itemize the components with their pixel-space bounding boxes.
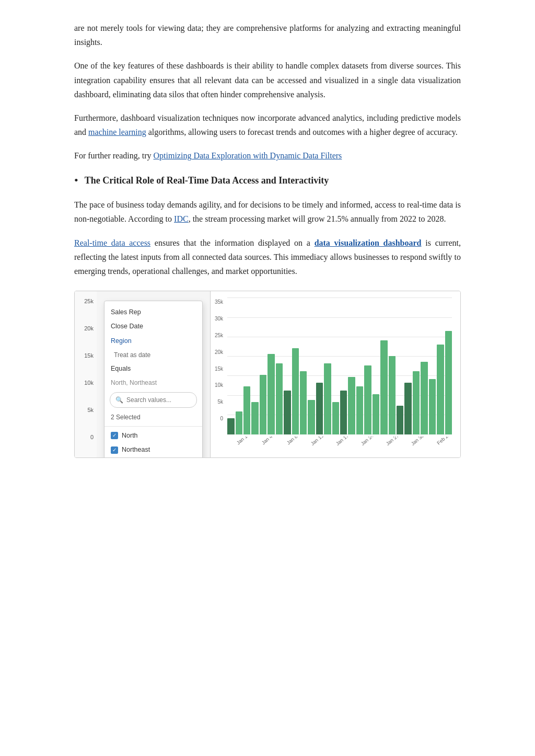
equals-label: Equals [104, 362, 202, 376]
bar-group-19 [380, 340, 387, 434]
bar-12 [324, 363, 331, 434]
bar-5 [268, 354, 274, 434]
filter-option-south[interactable]: South [104, 457, 202, 458]
bar-26 [437, 345, 444, 434]
search-icon: 🔍 [115, 395, 123, 405]
y-label-20k: 20k [78, 324, 94, 334]
bar-25 [429, 379, 436, 434]
bar-group-20 [389, 356, 396, 434]
bar-20 [389, 356, 396, 434]
bar-group-18 [373, 394, 379, 434]
x-label-1: Jan 4 [255, 437, 284, 452]
chart-y-30k: 30k [215, 314, 223, 323]
chart-y-25k: 25k [215, 331, 223, 340]
chart-bars [227, 297, 452, 434]
north-checkbox[interactable] [111, 432, 118, 439]
bar-group-12 [324, 363, 331, 434]
bar-22 [404, 383, 411, 434]
chart-y-0: 0 [215, 414, 223, 423]
p6-text-start: ensures that the information displayed o… [150, 238, 315, 247]
p4-text-start: For further reading, try [74, 151, 154, 160]
bar-group-4 [260, 375, 266, 434]
bar-group-11 [316, 383, 323, 434]
bar-19 [380, 340, 387, 434]
filter-option-north[interactable]: North [104, 429, 202, 443]
idc-link[interactable]: IDC [174, 214, 189, 223]
chart-y-15k: 15k [215, 364, 223, 373]
bar-8 [292, 348, 299, 434]
chart-y-axis: 35k 30k 25k 20k 15k 10k 5k 0 [215, 297, 223, 423]
x-label-3: Jan 11 [305, 437, 334, 452]
y-label-0: 0 [78, 432, 94, 442]
x-label-4: Jan 17 [330, 437, 359, 452]
bar-1 [236, 411, 242, 434]
bar-group-13 [332, 402, 339, 434]
section-heading: • The Critical Role of Real-Time Data Ac… [74, 173, 461, 189]
chart-area: 35k 30k 25k 20k 15k 10k 5k 0 [211, 291, 460, 457]
y-label-15k: 15k [78, 351, 94, 361]
x-label-6: Jan 27 [380, 437, 409, 452]
bar-group-22 [404, 383, 411, 434]
bar-group-1 [236, 411, 242, 434]
page-container: are not merely tools for viewing data; t… [43, 0, 492, 479]
bar-13 [332, 402, 339, 434]
filter-sales-rep: Sales Rep [104, 305, 202, 319]
bar-group-26 [437, 345, 444, 434]
x-label-7: Jan 30 [405, 437, 434, 452]
x-label-2: Jan 8 [280, 437, 309, 452]
bar-2 [243, 386, 250, 434]
bar-group-23 [413, 371, 420, 434]
bar-group-15 [348, 377, 355, 434]
dynamic-data-filters-link[interactable]: Optimizing Data Exploration with Dynamic… [154, 151, 342, 160]
bar-group-10 [308, 400, 315, 434]
paragraph-4: For further reading, try Optimizing Data… [74, 148, 461, 163]
treat-as-date-label: Treat as date [114, 350, 150, 360]
y-label-25k: 25k [78, 296, 94, 306]
bar-group-3 [251, 402, 258, 434]
bar-group-25 [429, 379, 436, 434]
bar-24 [421, 362, 427, 434]
paragraph-2: One of the key features of these dashboa… [74, 59, 461, 101]
bar-21 [397, 406, 403, 434]
selected-count: 2 Selected [104, 411, 202, 423]
y-axis-labels: 25k 20k 15k 10k 5k 0 [75, 291, 97, 457]
machine-learning-link[interactable]: machine learning [88, 128, 146, 136]
chart-y-20k: 20k [215, 348, 223, 357]
bar-4 [260, 375, 266, 434]
data-viz-dashboard-link[interactable]: data visualization dashboard [315, 238, 422, 247]
bar-16 [356, 386, 363, 434]
filter-close-date: Close Date [104, 319, 202, 334]
filter-option-northeast[interactable]: Northeast [104, 443, 202, 457]
bar-group-27 [445, 331, 452, 434]
northeast-checkbox[interactable] [111, 446, 118, 454]
filter-region-label: Region [104, 334, 202, 348]
bar-group-7 [284, 391, 290, 434]
chart-y-5k: 5k [215, 397, 223, 406]
bar-17 [364, 365, 371, 434]
bar-group-24 [421, 362, 427, 434]
bar-7 [284, 391, 290, 434]
search-box[interactable]: 🔍 [110, 392, 197, 408]
bar-15 [348, 377, 355, 434]
bar-group-17 [364, 365, 371, 434]
grid-line-4 [227, 356, 452, 357]
search-input[interactable] [126, 396, 191, 404]
x-label-0: Jan 1 [230, 437, 259, 452]
bar-group-8 [292, 348, 299, 434]
dashboard-widget: 25k 20k 15k 10k 5k 0 Sales Rep Close Dat… [74, 291, 461, 458]
bar-group-21 [397, 406, 403, 434]
p3-text-end: algorithms, allowing users to forecast t… [146, 128, 458, 136]
bar-0 [227, 418, 234, 434]
paragraph-5: The pace of business today demands agili… [74, 198, 461, 226]
grid-line-2 [227, 317, 452, 318]
bar-23 [413, 371, 420, 434]
bullet-icon: • [74, 173, 78, 189]
paragraph-1: are not merely tools for viewing data; t… [74, 21, 461, 49]
northeast-label: Northeast [122, 444, 150, 455]
x-label-5: Jan 24 [355, 437, 384, 452]
real-time-data-access-link[interactable]: Real-time data access [74, 238, 150, 247]
x-label-8: Feb 2 [431, 437, 452, 452]
bar-10 [308, 400, 315, 434]
bar-3 [251, 402, 258, 434]
bar-18 [373, 394, 379, 434]
